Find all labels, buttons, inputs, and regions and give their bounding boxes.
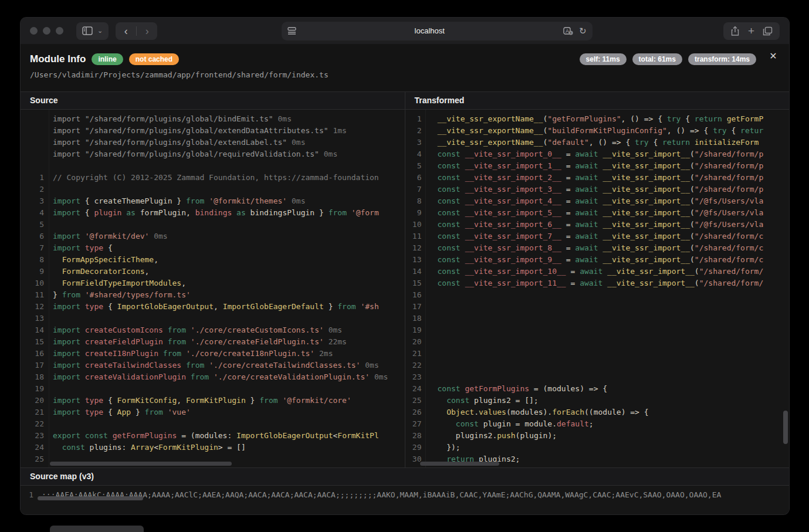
reload-icon[interactable]: ↻ [579, 26, 587, 36]
code-line: 9const __vite_ssr_import_5__ = await __v… [405, 207, 790, 219]
share-icon[interactable] [730, 26, 740, 36]
code-line: 23 [405, 371, 790, 383]
code-text: import "/shared/form/plugins/global/bind… [44, 113, 405, 125]
code-text [422, 289, 790, 301]
code-text: import type { ImportGlobEagerOutput, Imp… [44, 301, 405, 313]
line-number: 11 [21, 289, 44, 301]
forward-button[interactable]: › [137, 22, 157, 40]
line-number: 1 [21, 172, 44, 184]
code-text [422, 324, 790, 336]
not-cached-badge: not cached [129, 53, 179, 65]
code-text: const __vite_ssr_import_2__ = await __vi… [422, 172, 790, 184]
code-text: const plugins: Array<FormKitPlugin> = [] [44, 442, 405, 453]
code-text: import createI18nPlugin from './core/cre… [44, 348, 405, 360]
code-line: 3__vite_ssr_exportName__("default", () =… [405, 137, 790, 148]
line-number: 11 [405, 231, 422, 242]
transformed-panel-title: Transformed [405, 92, 790, 110]
code-text: import createValidationPlugin from './co… [44, 371, 405, 383]
reader-icon[interactable] [287, 27, 296, 35]
line-number: 8 [405, 195, 422, 207]
code-line: 19 [21, 383, 405, 395]
close-window-button[interactable] [30, 27, 38, 35]
code-text: } from '#shared/types/form.ts' [44, 289, 405, 301]
line-number [21, 137, 44, 148]
code-line: 17import createTailwindClasses from './c… [21, 360, 405, 371]
transformed-horizontal-scrollbar[interactable] [420, 462, 499, 466]
code-text: const plugin = module.default; [422, 418, 790, 430]
code-text: const __vite_ssr_import_6__ = await __vi… [422, 219, 790, 231]
code-line: 16 [405, 289, 790, 301]
code-text: import type { App } from 'vue' [44, 406, 405, 418]
code-line: 29 }); [405, 442, 790, 453]
close-icon[interactable]: ✕ [767, 50, 780, 63]
source-horizontal-scrollbar[interactable] [50, 462, 232, 466]
sourcemap-horizontal-scrollbar[interactable] [38, 496, 143, 500]
line-number: 28 [405, 430, 422, 442]
tab-overview-icon[interactable] [763, 26, 773, 36]
line-number: 19 [21, 383, 44, 395]
code-line: 22 [405, 360, 790, 371]
code-line: 8 FormAppSpecificTheme, [21, 254, 405, 266]
line-number: 7 [405, 184, 422, 195]
source-code[interactable]: import "/shared/form/plugins/global/bind… [21, 110, 405, 467]
back-button[interactable]: ‹ [116, 22, 136, 40]
code-line: 26 Object.values(modules).forEach((modul… [405, 406, 790, 418]
code-text [422, 301, 790, 313]
code-text: import createFieldPlugin from './core/cr… [44, 336, 405, 348]
code-text: FormFieldTypeImportModules, [44, 277, 405, 289]
code-text [44, 160, 405, 172]
code-panels: Source import "/shared/form/plugins/glob… [21, 92, 789, 467]
code-text: __vite_ssr_exportName__("default", () =>… [422, 137, 790, 148]
line-number: 10 [21, 277, 44, 289]
code-text: const __vite_ssr_import_11__ = await __v… [422, 277, 790, 289]
code-line: 27 const plugin = module.default; [405, 418, 790, 430]
zoom-window-button[interactable] [56, 27, 63, 35]
code-line [21, 160, 405, 172]
sidebar-toggle-button[interactable]: ⌄ [76, 22, 109, 40]
code-line: 17 [405, 301, 790, 313]
desktop-background: ⌄ ‹ › localhost [0, 0, 809, 532]
line-number: 21 [21, 406, 44, 418]
traffic-lights [30, 27, 63, 35]
gutter-divider [49, 110, 49, 467]
line-number: 10 [405, 219, 422, 231]
code-line: 10const __vite_ssr_import_6__ = await __… [405, 219, 790, 231]
line-number: 27 [405, 418, 422, 430]
code-text: Object.values(modules).forEach((module) … [422, 406, 790, 418]
transformed-code[interactable]: 1__vite_ssr_exportName__("getFormPlugins… [405, 110, 790, 467]
new-tab-button[interactable]: + [748, 25, 754, 38]
code-line: 13 [21, 313, 405, 324]
line-number: 21 [405, 348, 422, 360]
code-line: 13const __vite_ssr_import_9__ = await __… [405, 254, 790, 266]
line-number: 20 [21, 395, 44, 406]
code-line: 14const __vite_ssr_import_10__ = await _… [405, 266, 790, 277]
code-text: ;;;AAEA;AAAkC;AAAA;AAAA;AAAA;AAClC;AAEA;… [33, 489, 789, 501]
line-number: 23 [405, 371, 422, 383]
code-text [44, 313, 405, 324]
sourcemap-code[interactable]: 1;;;AAEA;AAAkC;AAAA;AAAA;AAAA;AAClC;AAEA… [21, 486, 789, 506]
line-number: 1 [405, 113, 422, 125]
code-text [44, 383, 405, 395]
url-text[interactable]: localhost [296, 26, 563, 35]
code-text: }); [422, 442, 790, 453]
line-number: 12 [405, 242, 422, 254]
transformed-vertical-scrollbar[interactable] [783, 411, 788, 444]
code-text: FormDecoratorIcons, [44, 266, 405, 277]
line-number: 20 [405, 336, 422, 348]
line-number: 26 [405, 406, 422, 418]
line-number: 9 [21, 266, 44, 277]
code-line: 4const __vite_ssr_import_0__ = await __v… [405, 148, 790, 160]
gutter-divider [425, 110, 426, 467]
code-text [44, 219, 405, 231]
code-text: const __vite_ssr_import_10__ = await __v… [422, 266, 790, 277]
minimize-window-button[interactable] [43, 27, 50, 35]
address-bar[interactable]: localhost A x ↻ [282, 22, 593, 40]
translate-icon[interactable]: A x [563, 27, 573, 35]
code-text: const __vite_ssr_import_5__ = await __vi… [422, 207, 790, 219]
line-number: 4 [21, 207, 44, 219]
code-line: 20 [405, 336, 790, 348]
line-number: 25 [405, 395, 422, 406]
line-number [21, 125, 44, 137]
line-number: 30 [405, 453, 422, 465]
line-number: 5 [21, 219, 44, 231]
